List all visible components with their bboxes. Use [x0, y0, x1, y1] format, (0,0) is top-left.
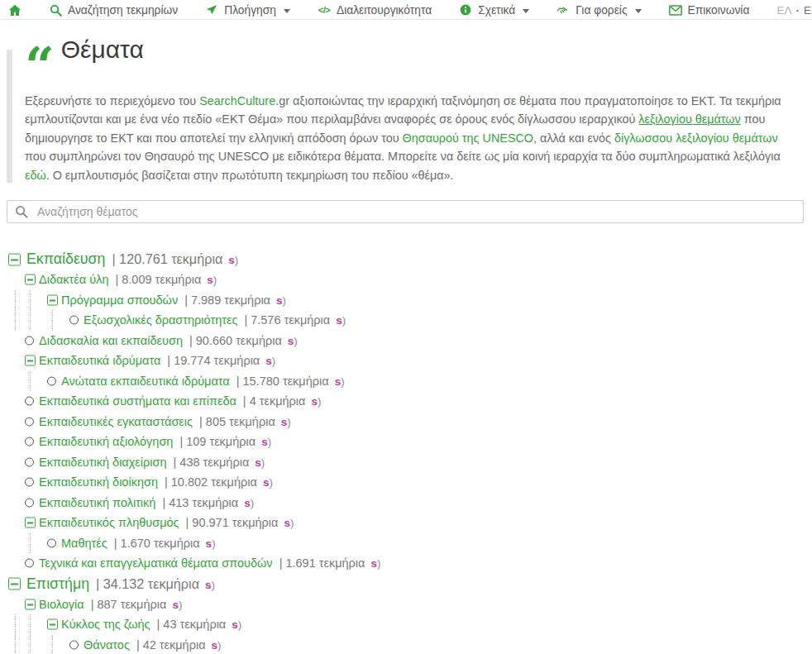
semantics-badge[interactable]: s) — [212, 639, 222, 652]
topic-link[interactable]: Θάνατος — [84, 638, 130, 652]
semantics-badge[interactable]: s) — [205, 579, 215, 591]
semantics-badge[interactable]: s) — [336, 314, 346, 327]
tree-guide-line — [52, 310, 53, 331]
topic-link[interactable]: Εξωσχολικές δραστηριότητες — [84, 313, 237, 327]
semantics-badge[interactable]: s) — [263, 476, 273, 489]
topic-link[interactable]: Επιστήμη — [26, 575, 89, 592]
tree-guide-line — [30, 533, 31, 554]
semantics-badge[interactable]: s) — [172, 599, 182, 611]
nav-item-contact[interactable]: Επικοινωνία — [669, 3, 750, 17]
info-icon — [459, 3, 472, 17]
topic-count: | 7.576 τεκμήρια — [244, 313, 330, 327]
collapse-node-icon[interactable] — [25, 356, 36, 366]
tree-row: Επιστήμη| 34.132 τεκμήριαs) — [7, 574, 805, 594]
nav-item-label: Επικοινωνία — [688, 4, 750, 17]
nav-item-for-institutions[interactable]: Για φορείς — [556, 3, 641, 17]
intro-link[interactable]: δίγλωσσου λεξιλογίου θεμάτων — [614, 131, 778, 145]
leaf-node-icon[interactable] — [25, 478, 34, 487]
topic-link[interactable]: Εκπαιδευτικός πληθυσμός — [39, 516, 179, 529]
topic-count: | 34.132 τεκμήρια — [96, 576, 199, 591]
collapse-node-icon[interactable] — [25, 274, 36, 285]
leaf-node-icon[interactable] — [25, 336, 34, 345]
leaf-node-icon[interactable] — [25, 457, 34, 466]
leaf-node-icon[interactable] — [69, 640, 79, 649]
nav-item-label: Σχετικά — [478, 4, 515, 17]
semantics-badge[interactable]: s) — [311, 395, 321, 408]
semantics-badge[interactable]: s) — [276, 294, 286, 307]
tree-row: Πρόγραμμα σπουδών| 7.989 τεκμήριαs) — [7, 290, 805, 311]
top-navigation: Αναζήτηση τεκμηρίωνΠλοήγηση</>Διαλειτουρ… — [0, 0, 812, 20]
intro-link[interactable]: SearchCulture — [199, 94, 275, 107]
topic-link[interactable]: Εκπαιδευτικά ιδρύματα — [39, 354, 160, 367]
collapse-node-icon[interactable] — [8, 578, 21, 590]
tree-guide-line — [15, 290, 16, 311]
topic-link[interactable]: Πρόγραμμα σπουδών — [61, 294, 178, 307]
semantics-badge[interactable]: s) — [335, 375, 345, 388]
intro-link[interactable]: λεξιλογίου θεμάτων — [638, 112, 740, 126]
topic-link[interactable]: Εκπαιδευτικές εγκαταστάσεις — [39, 415, 193, 428]
nav-home[interactable] — [8, 3, 21, 17]
topic-link[interactable]: Κύκλος της ζωής — [61, 618, 150, 631]
collapse-node-icon[interactable] — [25, 518, 36, 528]
semantics-badge[interactable]: s) — [261, 436, 271, 448]
semantics-badge[interactable]: s) — [206, 537, 216, 550]
collapse-node-icon[interactable] — [8, 253, 21, 265]
semantics-badge[interactable]: s) — [284, 517, 294, 529]
tree-row: Εκπαιδευτική διοίκηση| 10.802 τεκμήριαs) — [7, 472, 805, 493]
topic-search-input[interactable] — [7, 200, 804, 223]
leaf-node-icon[interactable] — [47, 376, 56, 385]
leaf-node-icon[interactable] — [25, 559, 34, 568]
topic-link[interactable]: Τεχνικά και επαγγελματικά θέματα σπουδών — [39, 556, 273, 570]
semantics-badge[interactable]: s) — [228, 254, 238, 266]
semantics-badge[interactable]: s) — [370, 557, 380, 570]
tree-guide-line — [30, 614, 31, 635]
topic-count: | 805 τεκμήρια — [199, 415, 275, 428]
topic-count: | 887 τεκμήρια — [91, 598, 167, 611]
topic-link[interactable]: Διδασκαλία και εκπαίδευση — [39, 334, 183, 347]
page-title: Θέματα — [61, 36, 144, 64]
topic-link[interactable]: Εκπαιδευτική διαχείριση — [39, 456, 167, 469]
chevron-down-icon — [635, 9, 642, 13]
nav-item-interoperability[interactable]: </>Διαλειτουργικότητα — [318, 3, 432, 17]
leaf-node-icon[interactable] — [25, 397, 34, 406]
semantics-badge[interactable]: s) — [232, 618, 241, 631]
nav-item-search-documents[interactable]: Αναζήτηση τεκμηρίων — [49, 3, 178, 17]
collapse-node-icon[interactable] — [25, 599, 36, 609]
tree-row: Διδασκαλία και εκπαίδευση| 90.660 τεκμήρ… — [7, 331, 805, 351]
intro-link[interactable]: εδώ — [25, 169, 46, 182]
leaf-node-icon[interactable] — [25, 417, 34, 426]
leaf-node-icon[interactable] — [25, 498, 34, 507]
topic-link[interactable]: Βιολογία — [39, 598, 84, 611]
tree-row: Βιολογία| 887 τεκμήριαs) — [7, 594, 805, 615]
leaf-node-icon[interactable] — [47, 538, 56, 547]
language-switcher[interactable]: ΕΛ·EN — [776, 4, 812, 17]
intro-link[interactable]: Θησαυρού της UNESCO — [403, 131, 534, 145]
topic-link[interactable]: Ανώτατα εκπαιδευτικά ιδρύματα — [61, 375, 230, 388]
topic-link[interactable]: Εκπαιδευτική αξιολόγηση — [39, 435, 173, 448]
lang-other[interactable]: EN — [804, 4, 812, 17]
tree-row: Μαθητές| 1.670 τεκμήριαs) — [7, 533, 805, 554]
semantics-badge[interactable]: s) — [288, 335, 298, 347]
topic-link[interactable]: Εκπαίδευση — [26, 251, 105, 267]
leaf-node-icon[interactable] — [25, 437, 34, 446]
topic-link[interactable]: Εκπαιδευτικά συστήματα και επίπεδα — [39, 394, 236, 408]
leaf-node-icon[interactable] — [69, 316, 79, 325]
collapse-node-icon[interactable] — [47, 619, 58, 630]
semantics-badge[interactable]: s) — [265, 355, 275, 367]
semantics-badge[interactable]: s) — [281, 416, 291, 428]
semantics-badge[interactable]: s) — [255, 456, 265, 469]
semantics-badge[interactable]: s) — [244, 497, 254, 509]
topic-link[interactable]: Διδακτέα ύλη — [39, 273, 108, 286]
chevron-down-icon — [284, 9, 290, 13]
nav-item-navigation[interactable]: Πλοήγηση — [205, 3, 290, 17]
topic-link[interactable]: Εκπαιδευτική πολιτική — [39, 496, 155, 509]
semantics-badge[interactable]: s) — [207, 274, 217, 286]
tree-row: Εκπαιδευτικά συστήματα και επίπεδα| 4 τε… — [7, 391, 805, 412]
topic-count: | 8.009 τεκμήρια — [115, 273, 201, 286]
chevron-down-icon — [523, 9, 529, 13]
topic-count: | 19.774 τεκμήρια — [167, 354, 260, 367]
nav-item-about[interactable]: Σχετικά — [459, 3, 529, 17]
collapse-node-icon[interactable] — [47, 294, 58, 305]
topic-link[interactable]: Μαθητές — [61, 537, 107, 550]
topic-link[interactable]: Εκπαιδευτική διοίκηση — [39, 475, 158, 489]
